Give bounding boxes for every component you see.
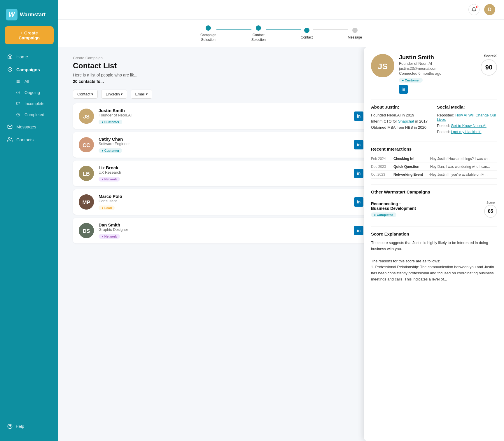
step-message: Message [348, 28, 362, 40]
campaign-info-0: Reconnecting –Business Development ● Com… [371, 201, 416, 217]
main-area: D CampaignSelection ContactSelection Con… [58, 0, 504, 441]
avatar-liz-brock: LB [79, 166, 94, 181]
detail-info: Justin Smith Founder of Neon.AI justins2… [399, 54, 476, 94]
contact-role-liz: UX Research [99, 170, 349, 175]
sidebar-item-completed-label: Completed [24, 112, 44, 117]
create-campaign-button[interactable]: + Create Campaign [5, 26, 54, 44]
user-avatar[interactable]: D [484, 4, 495, 15]
header: D [58, 0, 504, 20]
step-line-3 [313, 29, 348, 30]
interactions-table: Feb 2024 Checking In! -Hey Justin! How a… [371, 155, 497, 179]
detail-social-col: Social Media: Reposted: How AI Will Chan… [437, 104, 497, 136]
linkedin-icon-justin[interactable]: in [354, 111, 363, 121]
sidebar-item-messages[interactable]: Messages [0, 120, 58, 133]
contact-tag-dan: ● Network [99, 234, 120, 239]
social-link-1[interactable]: Get to Know Neon.AI [451, 123, 487, 128]
interaction-row-0: Feb 2024 Checking In! -Hey Justin! How a… [371, 155, 497, 163]
campaign-tag-0: ● Completed [371, 212, 396, 217]
score-explanation-title: Score Explanation [371, 231, 497, 236]
detail-close-button[interactable]: × [491, 52, 499, 60]
social-item-0: Reposted: How AI Will Change Our Lives [437, 113, 497, 122]
campaign-score-box-0: Score 85 [484, 201, 497, 218]
sidebar-item-campaigns[interactable]: Campaigns [0, 63, 58, 76]
interaction-row-1: Dec 2023 Quick Question -Hey Dan, I was … [371, 163, 497, 171]
logo-icon: W [6, 9, 18, 20]
about-snapchat-link[interactable]: Snapchat [398, 119, 414, 123]
interaction-date-1: Dec 2023 [371, 165, 390, 169]
detail-divider-1 [371, 100, 497, 100]
interaction-type-1: Quick Question [393, 165, 426, 169]
contact-tag-cathy: ● Customer [99, 148, 122, 153]
linkedin-icon-liz[interactable]: in [354, 169, 363, 178]
notifications-button[interactable] [468, 4, 480, 15]
notification-dot [475, 6, 478, 8]
sidebar-item-all[interactable]: All [0, 76, 58, 87]
detail-contact-email: justins23@neonai.com [399, 66, 476, 71]
social-link-0[interactable]: How AI Will Change Our Lives [437, 113, 496, 122]
progress-section: CampaignSelection ContactSelection Conta… [58, 20, 504, 47]
svg-text:CC: CC [83, 142, 90, 148]
step-circle-contact-sel [256, 25, 261, 31]
contact-tag-justin: ● Customer [99, 120, 122, 124]
contact-role-justin: Founder of Neon.AI [99, 113, 349, 117]
score-explanation: Score Explanation The score suggests tha… [371, 231, 497, 283]
interaction-note-0: -Hey Justin! How are things? I was ch... [429, 157, 497, 161]
sidebar-item-incomplete[interactable]: Incomplete [0, 98, 58, 109]
ongoing-icon [15, 90, 21, 95]
detail-about-col: About Justin: Founded Neon.AI in 2019 In… [371, 104, 431, 136]
social-item-1: Posted: Get to Know Neon.AI [437, 123, 497, 128]
interaction-date-2: Oct 2023 [371, 172, 390, 177]
detail-header: JS Justin Smith Founder of Neon.AI justi… [371, 54, 497, 94]
all-icon [15, 79, 21, 84]
sidebar-item-ongoing[interactable]: Ongoing [0, 87, 58, 98]
campaign-row-0: Reconnecting –Business Development ● Com… [371, 198, 497, 221]
sidebar-item-home-label: Home [16, 54, 28, 59]
contact-name-dan: Dan Smith [99, 222, 349, 227]
contact-role-cathy: Software Engineer [99, 142, 349, 146]
detail-divider-2 [371, 142, 497, 142]
contacts-icon [7, 137, 13, 142]
detail-contact-name: Justin Smith [399, 54, 476, 61]
sidebar-item-home[interactable]: Home [0, 50, 58, 63]
contact-role-dan: Graphic Designer [99, 227, 349, 232]
filter-linkedin[interactable]: Linkedin ▾ [101, 90, 127, 99]
nav-section: Home Campaigns All Ongoing Incomplete [0, 50, 58, 418]
score-explanation-text: The score suggests that Justin is highly… [371, 240, 497, 283]
interaction-type-2: Networking Event [393, 172, 426, 177]
contact-info-marco: Marco Polo Consultant ● Lead [99, 194, 349, 210]
about-item-2: Obtained MBA from HBS in 2020 [371, 125, 431, 130]
incomplete-icon [15, 101, 21, 107]
linkedin-icon-dan[interactable]: in [354, 226, 363, 235]
linkedin-icon-cathy[interactable]: in [354, 140, 363, 149]
sidebar-item-completed[interactable]: Completed [0, 109, 58, 120]
filter-email[interactable]: Email ▾ [131, 90, 152, 99]
filter-contact[interactable]: Contact ▾ [73, 90, 98, 99]
step-contact-selection: ContactSelection [251, 25, 266, 42]
contact-tag-liz: ● Network [99, 177, 120, 182]
step-circle-message [352, 28, 358, 33]
interactions-title: Recent Interactions [371, 147, 497, 151]
help-item[interactable]: Help [0, 418, 58, 435]
sidebar-item-contacts-label: Contacts [16, 137, 34, 142]
detail-linkedin-icon[interactable]: in [399, 85, 408, 94]
detail-score-value: 90 [481, 59, 497, 76]
social-link-2[interactable]: I got my blackbelt! [451, 130, 482, 134]
about-item-0: Founded Neon.AI in 2019 [371, 113, 431, 117]
campaigns-title: Other Warmstart Campaigns [371, 189, 497, 194]
sidebar-item-all-label: All [24, 79, 29, 84]
step-label-campaign: CampaignSelection [200, 33, 216, 42]
social-title: Social Media: [437, 104, 497, 109]
sidebar-item-contacts[interactable]: Contacts [0, 133, 58, 146]
step-label-contact: Contact [301, 35, 313, 40]
svg-text:JS: JS [378, 62, 388, 71]
avatar-cathy-chan: CC [79, 137, 94, 152]
interaction-type-0: Checking In! [393, 157, 426, 161]
step-circle-campaign [206, 25, 211, 31]
svg-text:MP: MP [83, 200, 90, 205]
step-contact: Contact [301, 28, 313, 40]
about-item-1: Interim CTO for Snapchat in 2017 [371, 119, 431, 123]
avatar-justin-smith: JS [79, 109, 94, 124]
svg-text:DS: DS [83, 228, 90, 234]
linkedin-icon-marco[interactable]: in [354, 197, 363, 207]
avatar-dan-smith: DS [79, 223, 94, 238]
